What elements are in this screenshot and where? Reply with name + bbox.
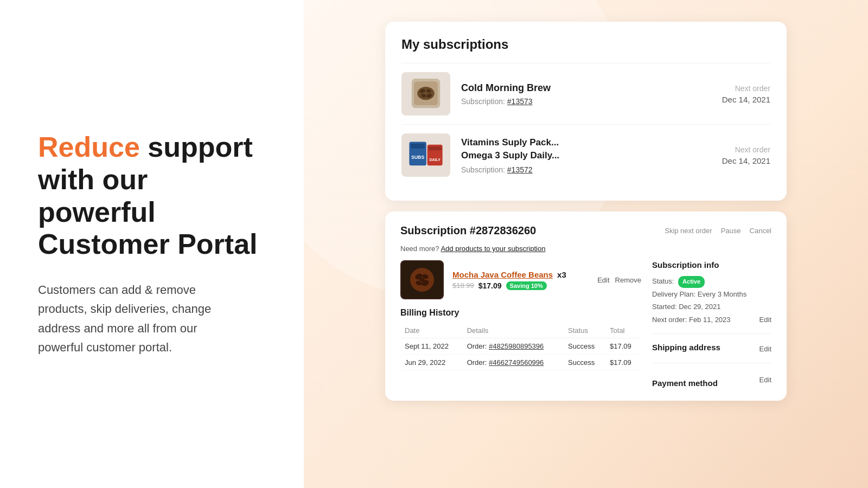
sub-info-edit-link[interactable]: Edit <box>760 313 771 326</box>
billing-row-1: Sept 11, 2022 Order: #4825980895396 Succ… <box>400 338 641 355</box>
shipping-edit-link[interactable]: Edit <box>760 345 771 353</box>
billing-status-1: Success <box>564 338 605 355</box>
svg-text:DAILY: DAILY <box>429 158 441 162</box>
col-status: Status <box>564 323 605 338</box>
shipping-section: Shipping address Edit <box>652 343 771 363</box>
product-edit-remove: Edit Remove <box>597 276 641 284</box>
sub-id-link-1[interactable]: #13573 <box>507 97 533 106</box>
detail-title: Subscription #2872836260 <box>400 224 536 237</box>
sub-right-2: Next order Dec 14, 2021 <box>722 145 770 165</box>
product-qty: x3 <box>557 270 566 279</box>
billing-date-2: Jun 29, 2022 <box>400 355 463 371</box>
billing-status-2: Success <box>564 355 605 371</box>
product-info: Mocha Java Coffee Beans x3 $18.99 $17.09… <box>452 270 597 290</box>
started-row: Started: Dec 29, 2021 <box>652 300 771 313</box>
billing-total-2: $17.09 <box>605 355 641 371</box>
detail-card: Subscription #2872836260 Skip next order… <box>385 211 787 401</box>
svg-point-2 <box>417 87 435 100</box>
subscription-item-2[interactable]: SUBS DAILY Vitamins Suply Pack... Omega … <box>401 124 770 185</box>
status-row: Status: Active <box>652 275 771 288</box>
sub-name-2: Vitamins Suply Pack... Omega 3 Suply Dai… <box>461 136 711 162</box>
subscriptions-title: My subscriptions <box>401 37 770 52</box>
cancel-link[interactable]: Cancel <box>750 227 771 235</box>
billing-table: Date Details Status Total Sept 11, 2022 … <box>400 323 641 371</box>
col-total: Total <box>605 323 641 338</box>
pause-link[interactable]: Pause <box>721 227 741 235</box>
next-order-label-2: Next order <box>722 145 770 154</box>
product-image <box>400 260 444 299</box>
sub-image-2: SUBS DAILY <box>401 133 450 177</box>
sub-info-heading: Subscription info <box>652 260 719 269</box>
sub-image-1 <box>401 72 450 115</box>
payment-section: Payment method Edit <box>652 372 771 388</box>
next-order-label-1: Next order <box>722 84 770 93</box>
billing-details-1: Order: #4825980895396 <box>463 338 564 355</box>
price-new: $17.09 <box>478 281 502 290</box>
product-remove-link[interactable]: Remove <box>615 276 641 284</box>
sub-info-section: Subscription info Status: Active Deliver… <box>652 260 771 334</box>
svg-rect-11 <box>428 146 442 150</box>
skip-next-order-link[interactable]: Skip next order <box>665 227 712 235</box>
body-text: Customers can add & removeproducts, skip… <box>38 280 266 357</box>
headline: Reduce supportwith our powerfulCustomer … <box>38 131 266 261</box>
payment-edit-link[interactable]: Edit <box>760 376 771 384</box>
billing-title: Billing History <box>400 308 641 318</box>
col-details: Details <box>463 323 564 338</box>
detail-actions: Skip next order Pause Cancel <box>665 227 771 235</box>
next-order-date-2: Dec 14, 2021 <box>722 156 770 165</box>
product-pricing: $18.99 $17.09 Saving 10% <box>452 281 597 290</box>
billing-section: Billing History Date Details Status Tota… <box>400 308 641 371</box>
shipping-title: Shipping address <box>652 343 720 352</box>
headline-highlight: Reduce <box>38 131 140 163</box>
svg-point-19 <box>419 278 425 282</box>
billing-total-1: $17.09 <box>605 338 641 355</box>
price-old: $18.99 <box>452 281 474 290</box>
billing-details-2: Order: #4662749560996 <box>463 355 564 371</box>
sub-number-1: Subscription: #13573 <box>461 97 711 106</box>
product-edit-link[interactable]: Edit <box>597 276 609 284</box>
svg-text:SUBS: SUBS <box>411 155 424 160</box>
billing-date-1: Sept 11, 2022 <box>400 338 463 355</box>
sub-info-rows: Status: Active Delivery Plan: Every 3 Mo… <box>652 275 771 326</box>
payment-title: Payment method <box>652 378 718 388</box>
sub-number-2: Subscription: #13572 <box>461 165 711 174</box>
sub-right-1: Next order Dec 14, 2021 <box>722 84 770 104</box>
detail-left: Mocha Java Coffee Beans x3 $18.99 $17.09… <box>400 260 641 388</box>
detail-body: Mocha Java Coffee Beans x3 $18.99 $17.09… <box>400 260 771 388</box>
sub-info-2: Vitamins Suply Pack... Omega 3 Suply Dai… <box>461 136 711 174</box>
sub-info-1: Cold Morning Brew Subscription: #13573 <box>461 82 711 106</box>
subscriptions-card: My subscriptions Cold Morning Brew Su <box>385 22 787 201</box>
svg-rect-8 <box>411 144 425 149</box>
col-date: Date <box>400 323 463 338</box>
status-active-badge: Active <box>678 276 705 288</box>
add-products-text: Need more? Add products to your subscrip… <box>400 245 771 253</box>
billing-row-2: Jun 29, 2022 Order: #4662749560996 Succe… <box>400 355 641 371</box>
left-panel: Reduce supportwith our powerfulCustomer … <box>0 0 304 488</box>
sub-name-1: Cold Morning Brew <box>461 82 711 94</box>
next-order-date-1: Dec 14, 2021 <box>722 95 770 104</box>
delivery-row: Delivery Plan: Every 3 Months <box>652 288 771 300</box>
product-row: Mocha Java Coffee Beans x3 $18.99 $17.09… <box>400 260 641 299</box>
next-order-row: Next order: Feb 11, 2023 Edit <box>652 313 771 326</box>
sub-id-link-2[interactable]: #13572 <box>507 165 533 174</box>
subscription-item-1[interactable]: Cold Morning Brew Subscription: #13573 N… <box>401 63 770 124</box>
saving-badge: Saving 10% <box>506 281 547 290</box>
billing-order-link-2[interactable]: #4662749560996 <box>489 358 544 367</box>
detail-right: Subscription info Status: Active Deliver… <box>652 260 771 388</box>
detail-header: Subscription #2872836260 Skip next order… <box>400 224 771 237</box>
product-name-link[interactable]: Mocha Java Coffee Beans <box>452 270 553 279</box>
add-products-link[interactable]: Add products to your subscription <box>441 245 545 253</box>
billing-order-link-1[interactable]: #4825980895396 <box>489 342 544 350</box>
right-panel: My subscriptions Cold Morning Brew Su <box>304 0 868 488</box>
